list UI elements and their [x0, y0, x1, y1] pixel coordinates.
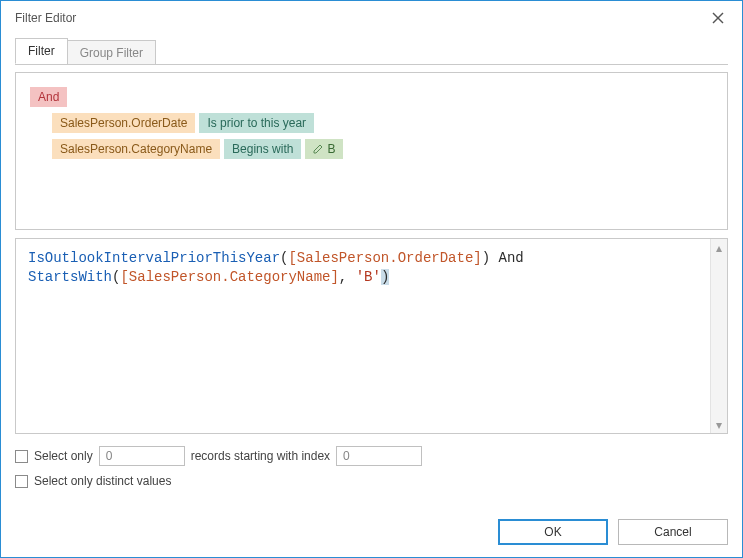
filter-editor-window: Filter Editor Filter Group Filter And Sa…: [0, 0, 743, 558]
expr-field: [SalesPerson.OrderDate]: [288, 250, 481, 266]
select-only-checkbox[interactable]: [15, 450, 28, 463]
condition-field[interactable]: SalesPerson.CategoryName: [52, 139, 220, 159]
condition-value[interactable]: B: [305, 139, 343, 159]
filter-tree-panel: And SalesPerson.OrderDate Is prior to th…: [15, 72, 728, 230]
distinct-label: Select only distinct values: [34, 474, 171, 488]
root-group: And: [30, 87, 713, 107]
records-label: records starting with index: [191, 449, 330, 463]
select-only-row: Select only records starting with index: [15, 446, 728, 466]
record-count-input[interactable]: [99, 446, 185, 466]
pencil-icon: [313, 144, 323, 154]
tab-filter[interactable]: Filter: [15, 38, 68, 64]
scroll-up-icon[interactable]: ▴: [711, 239, 727, 256]
condition-row-2: SalesPerson.CategoryName Begins with B: [52, 139, 713, 159]
expr-field: [SalesPerson.CategoryName]: [120, 269, 338, 285]
expr-paren-close: ): [482, 250, 490, 266]
titlebar: Filter Editor: [1, 1, 742, 35]
distinct-row: Select only distinct values: [15, 474, 728, 488]
window-title: Filter Editor: [15, 11, 704, 25]
close-button[interactable]: [704, 6, 732, 30]
expr-comma: ,: [339, 269, 356, 285]
expr-paren-close: ): [381, 269, 389, 285]
expression-panel: IsOutlookIntervalPriorThisYear([SalesPer…: [15, 238, 728, 434]
expression-editor[interactable]: IsOutlookIntervalPriorThisYear([SalesPer…: [16, 239, 710, 433]
condition-value-text: B: [327, 142, 335, 156]
expression-scrollbar[interactable]: ▴ ▾: [710, 239, 727, 433]
expr-keyword-and: And: [490, 250, 532, 266]
close-icon: [712, 12, 724, 24]
footer: OK Cancel: [1, 513, 742, 557]
expr-function: IsOutlookIntervalPriorThisYear: [28, 250, 280, 266]
start-index-input[interactable]: [336, 446, 422, 466]
condition-row-1: SalesPerson.OrderDate Is prior to this y…: [52, 113, 713, 133]
expr-string: 'B': [356, 269, 381, 285]
group-operator-and[interactable]: And: [30, 87, 67, 107]
condition-operator[interactable]: Is prior to this year: [199, 113, 314, 133]
scroll-down-icon[interactable]: ▾: [711, 416, 727, 433]
condition-operator[interactable]: Begins with: [224, 139, 301, 159]
options-area: Select only records starting with index …: [15, 442, 728, 488]
tab-bar: Filter Group Filter: [15, 39, 728, 65]
tab-group-filter[interactable]: Group Filter: [67, 40, 156, 64]
distinct-checkbox[interactable]: [15, 475, 28, 488]
condition-field[interactable]: SalesPerson.OrderDate: [52, 113, 195, 133]
content-area: Filter Group Filter And SalesPerson.Orde…: [1, 35, 742, 513]
select-only-label: Select only: [34, 449, 93, 463]
filter-tree: And SalesPerson.OrderDate Is prior to th…: [30, 87, 713, 159]
expr-function: StartsWith: [28, 269, 112, 285]
ok-button[interactable]: OK: [498, 519, 608, 545]
cancel-button[interactable]: Cancel: [618, 519, 728, 545]
